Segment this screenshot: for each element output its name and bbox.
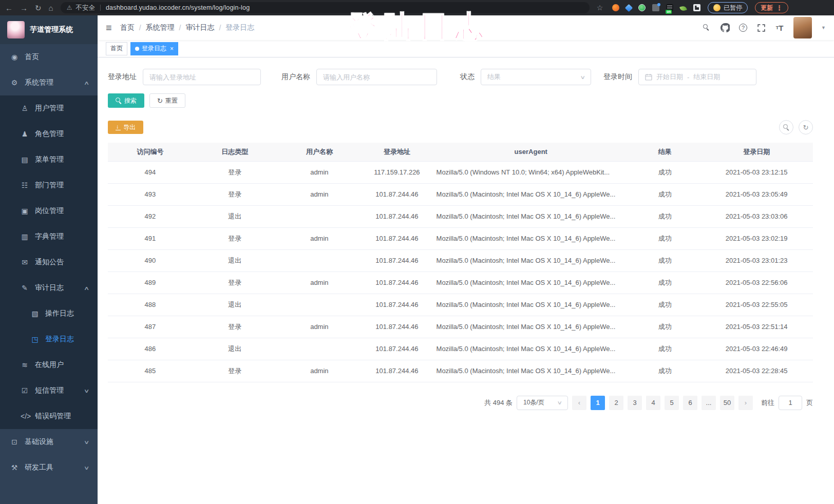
sidebar-item-operation-log[interactable]: ▧操作日志 [0, 301, 98, 326]
app-logo-row[interactable]: 芋道管理系统 [0, 15, 98, 44]
tab-home[interactable]: 首页 [106, 42, 127, 55]
paused-label: 已暂停 [724, 4, 742, 12]
breadcrumb-item[interactable]: 系统管理 [146, 23, 175, 32]
fullscreen-icon[interactable] [756, 23, 766, 32]
sidebar-item-sms[interactable]: ☑短信管理 [0, 378, 98, 403]
sidebar-item-users[interactable]: ♙用户管理 [0, 95, 98, 121]
hamburger-icon[interactable]: ≡ [106, 22, 112, 34]
extensions-puzzle-icon[interactable] [693, 4, 700, 11]
browser-menu-icon[interactable]: ⋮ [776, 4, 783, 12]
search-icon[interactable] [702, 23, 711, 32]
cell-id: 494 [108, 161, 193, 183]
browser-back-icon[interactable]: ← [5, 4, 13, 12]
date-range-picker[interactable]: 开始日期 - 结束日期 [638, 69, 756, 85]
extension-green-icon[interactable] [638, 4, 646, 11]
help-icon[interactable] [739, 24, 747, 32]
browser-address-bar[interactable]: ⚠ 不安全 dashboard.yudao.iocoder.cn/system/… [61, 2, 590, 13]
sidebar-item-login-log[interactable]: ◳登录日志 [0, 326, 98, 352]
extension-grid-icon[interactable] [652, 4, 659, 11]
chevron-down-icon: ∨ [557, 400, 562, 405]
sidebar-item-error-codes[interactable]: </>错误码管理 [0, 403, 98, 429]
tools-icon: ⚒ [10, 463, 18, 472]
column-header-id: 访问编号 [108, 143, 193, 161]
status-select[interactable]: 结果 ∨ [481, 69, 591, 85]
download-icon [116, 124, 121, 130]
more-pages-button[interactable]: ... [702, 396, 716, 410]
sidebar-item-audit-log[interactable]: ✎审计日志 [0, 275, 98, 301]
cell-login-address: 101.87.244.46 [362, 316, 432, 338]
sidebar-item-label: 操作日志 [45, 309, 74, 318]
profile-paused-badge[interactable]: 已暂停 [708, 2, 748, 13]
cell-username [277, 205, 362, 227]
sidebar-item-infrastructure[interactable]: ⊡基础设施 [0, 429, 98, 455]
cell-login-address: 101.87.244.46 [362, 272, 432, 294]
chevron-down-icon[interactable]: ▼ [821, 25, 826, 30]
sidebar-item-label: 审计日志 [35, 283, 64, 293]
column-header-login-date: 登录日期 [700, 143, 813, 161]
search-button[interactable]: 搜索 [108, 93, 144, 108]
cell-login-address: 101.87.244.46 [362, 294, 432, 316]
breadcrumb-item[interactable]: 首页 [120, 23, 135, 32]
bookmark-star-icon[interactable]: ☆ [597, 4, 603, 12]
page-button-2[interactable]: 2 [609, 396, 623, 410]
tab-login-log[interactable]: 登录日志 × [130, 42, 178, 55]
sidebar-item-home[interactable]: ◉首页 [0, 44, 98, 70]
cell-log-type: 登录 [193, 316, 277, 338]
page-button-50[interactable]: 50 [720, 396, 734, 410]
page-button-3[interactable]: 3 [628, 396, 642, 410]
menu-list-icon: ▤ [21, 156, 29, 164]
github-icon[interactable] [721, 23, 730, 32]
sidebar-item-roles[interactable]: ♟角色管理 [0, 121, 98, 147]
toggle-search-button[interactable] [779, 120, 793, 134]
next-page-button[interactable]: › [738, 396, 753, 410]
sidebar-item-label: 通知公告 [35, 258, 64, 267]
goto-page-input[interactable] [779, 396, 802, 410]
page-button-6[interactable]: 6 [683, 396, 697, 410]
browser-home-icon[interactable]: ⌂ [49, 4, 53, 12]
extension-leaf-icon[interactable] [679, 5, 687, 11]
page-button-1[interactable]: 1 [591, 396, 605, 410]
table-row: 490退出101.87.244.46Mozilla/5.0 (Macintosh… [108, 249, 813, 272]
login-address-label: 登录地址 [108, 72, 137, 82]
sidebar-item-menus[interactable]: ▤菜单管理 [0, 147, 98, 172]
close-icon[interactable]: × [170, 45, 174, 52]
sidebar-item-dictionaries[interactable]: ▥字典管理 [0, 224, 98, 249]
reset-button[interactable]: 重置 [149, 93, 185, 108]
breadcrumb-item[interactable]: 审计日志 [185, 23, 214, 32]
announcement-icon: ✉ [21, 258, 29, 266]
page-size-select[interactable]: 10条/页 ∨ [517, 396, 568, 410]
page-button-5[interactable]: 5 [665, 396, 679, 410]
app-logo [7, 21, 25, 38]
username-input[interactable] [323, 73, 430, 81]
sidebar-item-system[interactable]: ⚙系统管理 [0, 70, 98, 95]
prev-page-button[interactable]: ‹ [572, 396, 586, 410]
user-avatar[interactable] [793, 17, 812, 38]
extension-gem-icon[interactable] [625, 4, 633, 12]
extension-list-icon[interactable]: on [666, 4, 673, 11]
sidebar-item-dev-tools[interactable]: ⚒研发工具 [0, 455, 98, 480]
pagination: 共 494 条 10条/页 ∨ ‹ 123456...50 › 前往 页 [108, 396, 813, 410]
export-button[interactable]: 导出 [108, 121, 143, 134]
page-button-4[interactable]: 4 [646, 396, 660, 410]
refresh-table-button[interactable] [799, 120, 813, 134]
browser-forward-icon[interactable]: → [20, 4, 28, 12]
cell-login-address: 101.87.244.46 [362, 205, 432, 227]
cell-id: 491 [108, 227, 193, 249]
login-log-icon: ◳ [31, 335, 39, 343]
browser-update-button[interactable]: 更新 ⋮ [755, 2, 788, 13]
chevron-down-icon: ∨ [580, 74, 585, 80]
cell-id: 487 [108, 316, 193, 338]
sidebar-item-notices[interactable]: ✉通知公告 [0, 249, 98, 275]
dashboard-icon: ◉ [10, 53, 18, 61]
sidebar-item-label: 基础设施 [25, 437, 53, 447]
browser-reload-icon[interactable]: ↻ [35, 4, 42, 12]
cell-result: 成功 [630, 161, 700, 183]
login-address-input[interactable] [149, 73, 254, 81]
org-tree-icon: ☷ [21, 181, 29, 189]
sidebar-item-online-users[interactable]: ≋在线用户 [0, 352, 98, 378]
sidebar-item-posts[interactable]: ▣岗位管理 [0, 198, 98, 224]
extension-orange-icon[interactable] [612, 4, 619, 11]
font-size-icon[interactable] [775, 23, 784, 32]
breadcrumb-separator: / [179, 24, 181, 32]
sidebar-item-departments[interactable]: ☷部门管理 [0, 172, 98, 198]
